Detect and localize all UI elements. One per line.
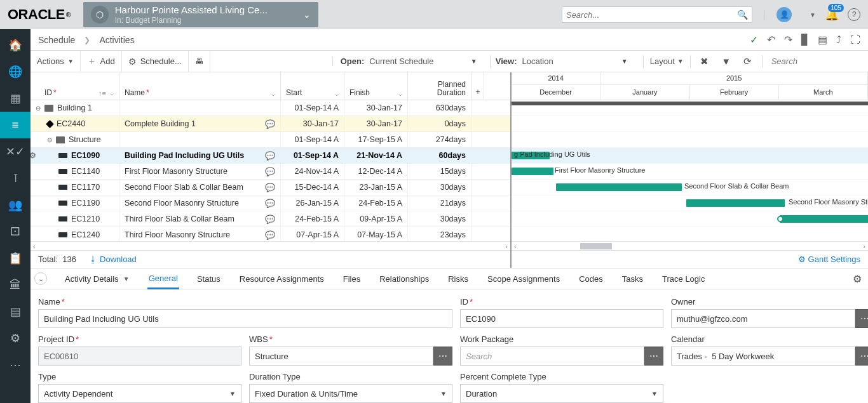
global-search-input[interactable] <box>566 10 737 20</box>
schedule-button[interactable]: ⚙Schedule... <box>122 51 189 72</box>
export-icon[interactable]: ⤴ <box>836 34 841 46</box>
table-row[interactable]: ⊖Building 101-Sep-14 A30-Jan-17630days <box>31 100 510 116</box>
col-id-menu-icon[interactable]: ⌵ <box>110 89 114 97</box>
wbs-picker-button[interactable]: ⋯ <box>433 347 452 366</box>
nav-team-icon[interactable]: 👥 <box>0 192 31 218</box>
save-icon[interactable]: ✓ <box>750 34 758 46</box>
chat-icon[interactable]: 💬 <box>265 183 275 192</box>
chat-icon[interactable]: 💬 <box>265 199 275 208</box>
view-value[interactable]: Location <box>522 56 616 66</box>
gantt-bar[interactable] <box>780 215 868 223</box>
nav-settings-icon[interactable]: ⚙ <box>0 325 31 352</box>
tab-resource-assignments[interactable]: Resource Assignments <box>238 268 325 289</box>
col-finish[interactable]: Finish⌵ <box>344 72 408 100</box>
nav-scope-icon[interactable]: ⊺ <box>0 165 31 192</box>
gantt-row[interactable]: First Floor Masonry Structure <box>512 164 868 180</box>
tab-relationships[interactable]: Relationships <box>378 268 430 289</box>
gantt-row[interactable] <box>512 227 868 241</box>
durtype-select[interactable]: Fixed Duration & Units/Time▼ <box>249 384 452 403</box>
col-start[interactable]: Start⌵ <box>281 72 344 100</box>
chat-icon[interactable]: 💬 <box>265 119 275 129</box>
owner-input[interactable] <box>671 309 855 328</box>
tab-codes[interactable]: Codes <box>578 268 604 289</box>
refresh-icon[interactable]: ⟳ <box>740 56 756 67</box>
wrench-icon[interactable]: ✖ <box>697 56 712 67</box>
chat-icon[interactable]: 💬 <box>265 151 275 161</box>
chat-icon[interactable]: 💬 <box>265 167 275 176</box>
chat-icon[interactable]: 💬 <box>265 230 275 240</box>
id-input[interactable] <box>460 309 663 328</box>
expand-details-icon[interactable]: ⌄ <box>34 272 47 285</box>
table-scrollbar[interactable]: ‹› <box>31 241 510 250</box>
breadcrumb-schedule[interactable]: Schedule <box>38 35 75 45</box>
add-button[interactable]: ＋Add <box>81 51 122 72</box>
nav-org-icon[interactable]: ▦ <box>0 85 31 112</box>
nav-dashboard-icon[interactable]: 🌐 <box>0 58 31 85</box>
table-row[interactable]: EC1240Third Floor Masonry Structure💬07-A… <box>31 227 510 241</box>
tab-trace-logic[interactable]: Trace Logic <box>661 268 706 289</box>
pct-select[interactable]: Duration▼ <box>460 384 663 403</box>
table-row[interactable]: EC1170Second Floor Slab & Collar Beam💬15… <box>31 180 510 195</box>
table-row[interactable]: ⊖Structure01-Sep-14 A17-Sep-15 A274days <box>31 132 510 148</box>
col-id[interactable]: ID* ↑≡⌵ <box>31 72 119 100</box>
activity-details-tab[interactable]: Activity Details ▼ <box>64 268 131 289</box>
type-select[interactable]: Activity Dependent▼ <box>38 384 241 403</box>
add-column-button[interactable]: ＋ <box>471 72 484 100</box>
col-name[interactable]: Name*⌵ <box>119 72 281 100</box>
tab-general[interactable]: General <box>147 269 179 289</box>
undo-icon[interactable]: ↶ <box>767 34 775 46</box>
nav-risk-icon[interactable]: ⚀ <box>0 218 31 245</box>
gantt-row[interactable] <box>512 132 868 148</box>
tab-files[interactable]: Files <box>342 268 362 289</box>
gantt-row[interactable]: Second Floor Masonry Structure <box>512 195 868 211</box>
global-search[interactable]: 🔍 <box>562 6 752 23</box>
download-link[interactable]: ⭳Download <box>89 254 137 264</box>
table-row[interactable]: EC2440Complete Building 1💬30-Jan-1730-Ja… <box>31 116 510 132</box>
chart-icon[interactable]: ▊ <box>801 34 809 46</box>
tab-status[interactable]: Status <box>196 268 222 289</box>
chat-icon[interactable]: 💬 <box>265 215 275 224</box>
table-row[interactable]: EC1140First Floor Masonry Structure💬24-N… <box>31 164 510 180</box>
fullscreen-icon[interactable]: ⛶ <box>850 34 860 46</box>
help-icon[interactable]: ? <box>848 8 860 21</box>
page-icon[interactable]: ▤ <box>818 34 827 46</box>
nav-activities-icon[interactable]: ≡ <box>0 112 31 138</box>
gantt-body[interactable]: g Pad Including UG UtilsFirst Floor Maso… <box>512 100 868 241</box>
gantt-bar[interactable] <box>686 199 785 207</box>
filter-icon[interactable]: ▼ <box>719 56 734 67</box>
gantt-row[interactable]: g Pad Including UG Utils <box>512 148 868 164</box>
nav-home-icon[interactable]: 🏠 <box>0 32 31 58</box>
gantt-row[interactable]: Second Floor Slab & Collar Beam <box>512 180 868 195</box>
gantt-row[interactable] <box>512 211 868 227</box>
workpkg-picker-button[interactable]: ⋯ <box>644 347 663 366</box>
search-icon[interactable]: 🔍 <box>737 10 748 20</box>
nav-plans-icon[interactable]: ✕✓ <box>0 138 31 165</box>
notifications-icon[interactable]: 🔔105 <box>825 8 839 22</box>
toolbar-search-input[interactable] <box>769 56 868 66</box>
table-row[interactable]: EC1190Second Floor Masonry Structure💬26-… <box>31 195 510 211</box>
table-row[interactable]: ⚙EC1090Building Pad Including UG Utils💬0… <box>31 148 510 164</box>
details-settings-icon[interactable]: ⚙ <box>853 273 862 285</box>
table-row[interactable]: EC1210Third Floor Slab & Collar Beam💬24-… <box>31 211 510 227</box>
gantt-row[interactable] <box>512 116 868 132</box>
nav-tasks-icon[interactable]: 📋 <box>0 245 31 272</box>
nav-more-icon[interactable]: ⋯ <box>0 352 31 378</box>
actions-menu[interactable]: Actions▼ <box>31 51 81 72</box>
breadcrumb-activities[interactable]: Activities <box>99 35 134 45</box>
sort-icon[interactable]: ↑≡ <box>98 89 106 97</box>
gantt-scrollbar[interactable]: ‹› <box>512 241 868 250</box>
gantt-row[interactable] <box>512 100 868 116</box>
user-menu-caret-icon[interactable]: ▼ <box>810 11 816 18</box>
name-input[interactable] <box>38 309 452 328</box>
redo-icon[interactable]: ↷ <box>784 34 792 46</box>
view-caret-icon[interactable]: ▼ <box>621 58 628 65</box>
layout-menu[interactable]: Layout▼ <box>650 56 684 66</box>
gantt-bar[interactable] <box>512 168 553 175</box>
open-caret-icon[interactable]: ▼ <box>471 58 477 65</box>
col-duration[interactable]: PlannedDuration <box>408 72 471 100</box>
wbs-input[interactable] <box>249 347 433 366</box>
owner-picker-button[interactable]: ⋯ <box>855 309 868 328</box>
col-name-menu-icon[interactable]: ⌵ <box>271 90 275 97</box>
avatar[interactable]: 👤 <box>776 7 792 22</box>
gantt-settings-link[interactable]: ⚙Gantt Settings <box>798 254 860 264</box>
